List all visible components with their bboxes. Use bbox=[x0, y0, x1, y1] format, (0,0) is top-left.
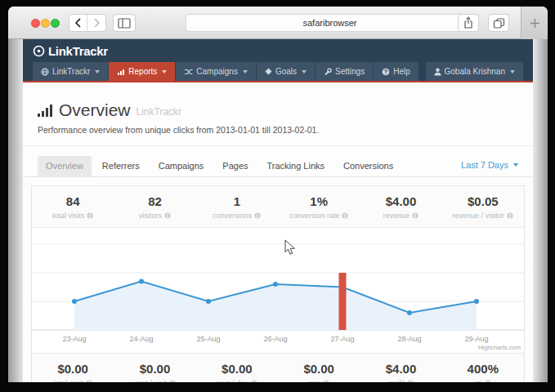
caret-down-icon bbox=[302, 70, 307, 74]
nav-label: Help bbox=[393, 67, 410, 76]
stat-value: 84 bbox=[32, 194, 114, 208]
nav-item-help[interactable]: Help bbox=[374, 62, 418, 81]
page-title-suffix: LinkTrackr bbox=[137, 106, 182, 118]
nav-item-settings[interactable]: Settings bbox=[316, 62, 373, 81]
caret-down-icon bbox=[95, 70, 100, 74]
info-icon[interactable] bbox=[87, 212, 93, 219]
info-icon[interactable] bbox=[86, 380, 92, 382]
stat-conversion-rate: 1% conversion rate bbox=[278, 194, 360, 220]
info-icon[interactable] bbox=[164, 212, 171, 219]
nav-item-goals[interactable]: Goals bbox=[257, 62, 315, 81]
stat-cost-visit: $0.00 cost / visit bbox=[114, 362, 195, 382]
date-range-label: Last 7 Days bbox=[461, 160, 508, 170]
brand-logo[interactable]: LinkTrackr bbox=[33, 44, 108, 58]
stat-value: $0.00 bbox=[32, 362, 114, 376]
globe-icon bbox=[41, 68, 49, 76]
nav-label: LinkTrackr bbox=[52, 67, 90, 76]
svg-text:24-Aug: 24-Aug bbox=[129, 335, 153, 343]
diamond-icon bbox=[265, 68, 272, 75]
linktrackr-logo-icon bbox=[33, 45, 45, 57]
nav-label: Goals bbox=[275, 67, 297, 76]
info-icon[interactable] bbox=[485, 380, 491, 382]
back-chevron-icon bbox=[74, 17, 83, 29]
stat-label: revenue bbox=[383, 212, 410, 220]
nav-item-campaigns[interactable]: Campaigns bbox=[176, 62, 256, 81]
share-button[interactable] bbox=[458, 14, 479, 32]
sidebar-toggle-button[interactable] bbox=[113, 14, 136, 32]
stat-total-cost: $0.00 total cost bbox=[32, 362, 114, 382]
address-text: safaribrowser bbox=[302, 18, 356, 28]
stat-value: 82 bbox=[114, 194, 195, 208]
nav-item-reports[interactable]: Reports bbox=[109, 62, 175, 81]
stat-revenue: $4.00 revenue bbox=[360, 194, 441, 220]
stat-label: conversions bbox=[213, 212, 252, 220]
info-icon[interactable] bbox=[412, 212, 418, 219]
svg-text:Highcharts.com: Highcharts.com bbox=[478, 344, 521, 351]
info-icon[interactable] bbox=[254, 212, 261, 219]
stat-label: total cost bbox=[54, 379, 83, 382]
stat-label: cpa bbox=[308, 379, 320, 382]
stat-cpa: $0.00 cpa bbox=[278, 362, 360, 382]
svg-text:29-Aug: 29-Aug bbox=[464, 335, 488, 343]
stat-value: $0.00 bbox=[196, 362, 278, 376]
share-icon bbox=[463, 16, 474, 29]
tab-referrers[interactable]: Referrers bbox=[94, 156, 148, 176]
info-icon[interactable] bbox=[323, 380, 329, 382]
caret-down-icon bbox=[513, 163, 518, 167]
forward-button[interactable] bbox=[87, 15, 105, 31]
forward-chevron-icon bbox=[92, 17, 101, 29]
nav-label: Reports bbox=[128, 67, 157, 76]
browser-window: safaribrowser bbox=[8, 7, 548, 382]
visits-chart-container[interactable]: 23-Aug24-Aug25-Aug26-Aug27-Aug28-Aug29-A… bbox=[32, 228, 524, 353]
caret-down-icon bbox=[162, 70, 167, 74]
stat-value: 1% bbox=[278, 194, 360, 208]
info-icon[interactable] bbox=[407, 380, 414, 382]
minimize-window-button[interactable] bbox=[41, 19, 50, 28]
stat-conversions: 1 conversions bbox=[196, 194, 278, 220]
zoom-window-button[interactable] bbox=[51, 19, 60, 28]
linktrackr-page: LinkTrackr LinkTrackr bbox=[23, 39, 533, 382]
sidebar-icon bbox=[118, 18, 131, 29]
stat-value: $4.00 bbox=[360, 194, 441, 208]
page-subtitle: Performance overview from unique clicks … bbox=[38, 125, 518, 135]
svg-text:23-Aug: 23-Aug bbox=[62, 335, 86, 343]
stat-label: conversion rate bbox=[289, 212, 340, 220]
stat-label: total visits bbox=[52, 212, 85, 220]
stat-value: $0.05 bbox=[442, 194, 524, 208]
show-tabs-button[interactable] bbox=[488, 14, 509, 32]
info-icon[interactable] bbox=[507, 212, 513, 219]
stat-visitors: 82 visitors bbox=[114, 194, 195, 220]
overview-chart-icon bbox=[38, 105, 53, 117]
info-icon[interactable] bbox=[169, 380, 176, 382]
stats-row-bottom: $0.00 total cost $0.00 cost / visit $0.0… bbox=[32, 353, 524, 382]
stat-label: visitors bbox=[139, 212, 162, 220]
app-header: LinkTrackr bbox=[23, 39, 533, 62]
stat-label: roi bbox=[474, 379, 482, 382]
close-window-button[interactable] bbox=[31, 19, 40, 28]
caret-down-icon bbox=[510, 70, 515, 74]
new-tab-button[interactable] bbox=[521, 7, 548, 39]
stat-value: $0.00 bbox=[114, 362, 195, 376]
page-title: Overview bbox=[59, 100, 131, 120]
address-bar[interactable]: safaribrowser bbox=[186, 14, 474, 32]
date-range-selector[interactable]: Last 7 Days bbox=[461, 160, 518, 176]
browser-toolbar: safaribrowser bbox=[8, 7, 548, 39]
nav-label: Campaigns bbox=[196, 67, 238, 76]
info-icon[interactable] bbox=[251, 380, 257, 382]
nav-item-linktrackr[interactable]: LinkTrackr bbox=[33, 62, 108, 81]
tab-conversions[interactable]: Conversions bbox=[335, 156, 401, 176]
user-menu[interactable]: Gobala Krishnan bbox=[426, 62, 524, 81]
info-icon[interactable] bbox=[342, 212, 348, 219]
bar-chart-icon bbox=[117, 68, 125, 76]
back-button[interactable] bbox=[69, 15, 87, 31]
tab-overview[interactable]: Overview bbox=[38, 156, 92, 176]
stat-total-visits: 84 total visits bbox=[32, 194, 114, 220]
svg-text:27-Aug: 27-Aug bbox=[330, 335, 354, 343]
stat-value: $0.00 bbox=[278, 362, 360, 376]
tab-tracking-links[interactable]: Tracking Links bbox=[259, 156, 333, 176]
stat-value: 400% bbox=[442, 362, 524, 376]
tab-campaigns[interactable]: Campaigns bbox=[150, 156, 213, 176]
tab-pages[interactable]: Pages bbox=[214, 156, 256, 176]
svg-text:25-Aug: 25-Aug bbox=[196, 335, 220, 343]
stat-label: profit bbox=[388, 379, 405, 382]
